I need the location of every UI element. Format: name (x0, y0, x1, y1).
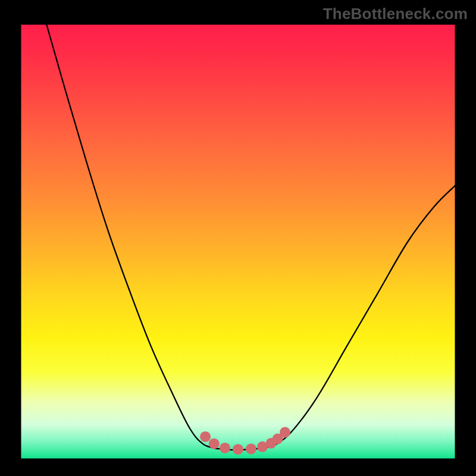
outer-frame: TheBottleneck.com (0, 0, 476, 476)
plot-border (20, 24, 456, 459)
axes-frame (0, 0, 476, 476)
watermark-text: TheBottleneck.com (323, 5, 468, 23)
